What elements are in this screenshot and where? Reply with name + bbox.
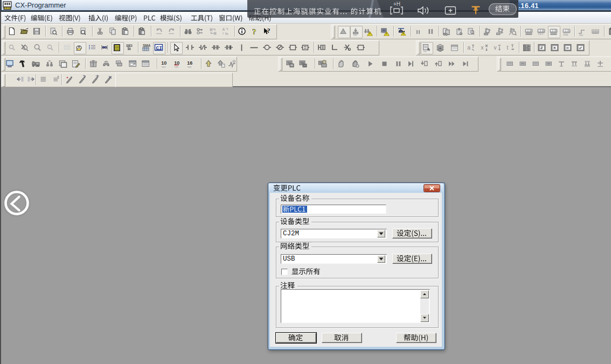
svg-text:chip: chip (563, 33, 568, 36)
svg-text:..: .. (415, 27, 416, 31)
svg-text:?: ? (267, 27, 270, 34)
svg-text:ron: ron (188, 65, 191, 68)
svg-text:?: ? (252, 27, 256, 36)
svg-text:t: t (507, 45, 509, 51)
svg-text:ron: ron (579, 33, 583, 37)
svg-text:SMA: SMA (143, 44, 150, 47)
svg-text:ron: ron (423, 50, 427, 53)
svg-text:x: x (481, 45, 484, 51)
svg-text:a: a (468, 45, 471, 51)
svg-text:ron: ron (353, 34, 357, 36)
svg-text:ron: ron (162, 65, 165, 68)
svg-text:ron: ron (175, 65, 178, 68)
svg-text:CI: CI (156, 45, 162, 51)
svg-text:v: v (494, 45, 497, 51)
